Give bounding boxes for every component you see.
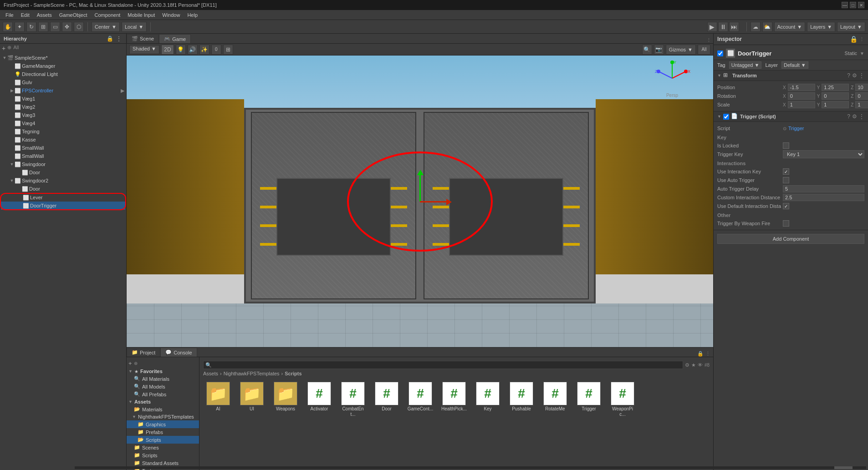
favorites-section[interactable]: ▼ ★ Favorites [127, 368, 199, 375]
tree-item-samplescene[interactable]: ▼ 🎬 SampleScene* [0, 54, 126, 62]
gizmos-dropdown[interactable]: Gizmos ▼ [666, 45, 696, 55]
add-component-button[interactable]: Add Component [717, 234, 864, 244]
scale-z-input[interactable] [855, 101, 868, 108]
asset-item-ai[interactable]: 📁 AI [203, 380, 233, 419]
tab-scene[interactable]: 🎬 Scene [127, 34, 159, 43]
use-auto-trigger-checkbox[interactable] [783, 177, 789, 183]
menu-mobile-input[interactable]: Mobile Input [124, 11, 158, 19]
scene-viewport[interactable]: X Y Z Persp [127, 56, 713, 347]
asset-item-healthpick[interactable]: # HealthPick... [439, 380, 469, 419]
inspector-more-icon[interactable]: ⋮ [859, 36, 864, 42]
hand-tool-button[interactable]: ✋ [3, 22, 13, 32]
tree-item-swingdoor[interactable]: ▼ ⬜ Swingdoor [0, 160, 126, 168]
assets-section[interactable]: ▼ Assets [127, 398, 199, 405]
tree-item-door2[interactable]: ⬜ Door [0, 185, 126, 193]
tree-item-vaeg1[interactable]: ⬜ Væg1 [0, 95, 126, 103]
position-x-input[interactable] [788, 84, 815, 91]
audio-toggle[interactable]: 🔊 [188, 45, 198, 55]
pause-button[interactable]: ⏸ [718, 22, 728, 32]
component-help-icon[interactable]: ? [847, 72, 850, 79]
tab-game[interactable]: 🎮 Game [159, 34, 191, 43]
project-item-all-materials[interactable]: 🔍 All Materials [127, 375, 199, 383]
tree-item-gulv[interactable]: ⬜ Gulv [0, 78, 126, 86]
shading-dropdown[interactable]: Shaded ▼ [129, 45, 159, 54]
panel-lock-icon[interactable]: 🔒 [697, 351, 704, 357]
tree-item-door1[interactable]: ⬜ Door [0, 168, 126, 177]
use-default-interaction-checkbox[interactable] [783, 203, 789, 209]
scale-tool-button[interactable]: ⊞ [38, 22, 48, 32]
collab-button[interactable]: ☁ [751, 22, 761, 32]
tree-item-directionallight[interactable]: 💡 Directional Light [0, 70, 126, 78]
tree-item-fpscontroller[interactable]: ▶ ⬜ FPSController ▶ [0, 86, 126, 95]
tree-item-smallwall2[interactable]: ⬜ SmallWall [0, 152, 126, 160]
transform-tool-button[interactable]: ✥ [62, 22, 72, 32]
tag-dropdown[interactable]: Untagged ▼ [729, 61, 762, 69]
project-folder-materials[interactable]: 📂 Materials [127, 405, 199, 413]
component-more-icon[interactable]: ⋮ [859, 72, 864, 79]
position-z-input[interactable] [855, 84, 868, 91]
menu-gameobject[interactable]: GameObject [56, 11, 91, 19]
project-item-all-models[interactable]: 🔍 All Models [127, 383, 199, 390]
trigger-by-weapon-checkbox[interactable] [783, 220, 789, 227]
project-add-button[interactable]: + [128, 360, 132, 367]
all-button[interactable]: All [698, 45, 710, 55]
menu-component[interactable]: Component [91, 11, 124, 19]
asset-item-ui[interactable]: 📁 UI [237, 380, 267, 419]
tree-item-kasse[interactable]: ⬜ Kasse [0, 136, 126, 144]
asset-item-rotateme[interactable]: # RotateMe [540, 380, 570, 419]
component-more-icon[interactable]: ⋮ [859, 113, 864, 120]
tree-item-lever[interactable]: ⬜ Lever [1, 193, 125, 202]
close-button[interactable]: ✕ [858, 2, 864, 8]
go-active-checkbox[interactable] [717, 51, 723, 56]
static-dropdown-icon[interactable]: ▼ [860, 51, 864, 56]
asset-item-combatent[interactable]: # CombatEnt... [338, 380, 368, 419]
play-button[interactable]: ▶ [707, 22, 717, 32]
nighthawk-section[interactable]: ▼ NighthawkFPSTemplates [127, 413, 199, 420]
step-button[interactable]: ⏭ [729, 22, 739, 32]
layers-dropdown[interactable]: Layers▼ [807, 22, 835, 32]
maximize-button[interactable]: □ [850, 2, 856, 8]
hide-toggle[interactable]: 0 [211, 45, 221, 55]
use-interaction-key-checkbox[interactable] [783, 168, 789, 175]
trigger-key-select[interactable]: Key 1 [783, 150, 864, 158]
tree-item-vaeg4[interactable]: ⬜ Væg4 [0, 119, 126, 127]
project-folder-graphics[interactable]: 📁 Graphics [127, 420, 199, 428]
project-item-all-prefabs[interactable]: 🔍 All Prefabs [127, 390, 199, 398]
scale-x-input[interactable] [788, 101, 815, 108]
menu-edit[interactable]: Edit [17, 11, 33, 19]
asset-item-gamecont[interactable]: # GameCont... [405, 380, 435, 419]
transform-component-header[interactable]: ▼ ⊞ Transform ? ⚙ ⋮ [714, 71, 868, 81]
layout-dropdown[interactable]: Layout▼ [837, 22, 865, 32]
component-enabled-checkbox[interactable] [723, 114, 729, 120]
layer-dropdown[interactable]: Default ▼ [781, 61, 808, 69]
effects-toggle[interactable]: ✨ [199, 45, 209, 55]
rotation-y-input[interactable] [822, 92, 849, 100]
rotation-x-input[interactable] [788, 92, 815, 100]
minimize-button[interactable]: — [842, 2, 848, 8]
more-icon[interactable]: ⋮ [706, 37, 711, 43]
asset-item-weapons[interactable]: 📁 Weapons [271, 380, 301, 419]
position-y-input[interactable] [822, 84, 849, 91]
account-dropdown[interactable]: Account▼ [774, 22, 806, 32]
star-icon[interactable]: ★ [691, 362, 696, 368]
project-folder-scripts[interactable]: 📂 Scripts [127, 436, 199, 444]
tree-item-vaeg3[interactable]: ⬜ Væg3 [0, 111, 126, 119]
menu-assets[interactable]: Assets [33, 11, 56, 19]
hierarchy-more-icon[interactable]: ⋮ [115, 35, 123, 42]
component-settings-icon[interactable]: ⚙ [852, 72, 857, 79]
2d-button[interactable]: 2D [161, 45, 174, 55]
scene-search-button[interactable]: 🔍 [642, 45, 652, 55]
menu-window[interactable]: Window [158, 11, 184, 19]
rotate-tool-button[interactable]: ↻ [26, 22, 36, 32]
menu-help[interactable]: Help [184, 11, 201, 19]
auto-trigger-delay-input[interactable] [783, 185, 864, 192]
panel-more-icon[interactable]: ⋮ [705, 351, 710, 357]
asset-item-weaponpic[interactable]: # WeaponPic... [608, 380, 638, 419]
hierarchy-add-button[interactable]: + [2, 45, 5, 52]
script-ref-name[interactable]: Trigger [788, 126, 804, 131]
component-help-icon[interactable]: ? [847, 113, 850, 120]
asset-item-pushable[interactable]: # Pushable [506, 380, 536, 419]
asset-item-activator[interactable]: # Activator [304, 380, 334, 419]
component-settings-icon[interactable]: ⚙ [852, 113, 857, 120]
scale-y-input[interactable] [822, 101, 849, 108]
